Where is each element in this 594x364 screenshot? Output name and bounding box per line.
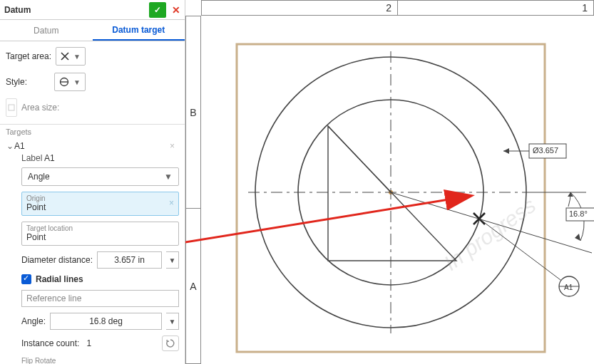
tree-item-remove-icon[interactable]: × (170, 141, 179, 151)
targets-tree-item[interactable]: ⌄ A1 × (6, 139, 179, 153)
style-label: Style: (6, 77, 50, 87)
angle-value: 16.8° (569, 209, 588, 218)
instance-count-label: Instance count: (21, 338, 79, 348)
target-area-x-icon (61, 52, 69, 61)
empty-checkbox-icon (8, 104, 15, 111)
angle-mode-select[interactable]: Angle ▼ (21, 167, 179, 186)
chevron-down-icon: ▼ (169, 256, 176, 264)
ruler-col-1: 1 (398, 1, 593, 15)
vertical-ruler: B A (185, 16, 201, 364)
area-size-label: Area size: (21, 103, 66, 113)
origin-label: Origin (26, 195, 174, 202)
target-area-select[interactable]: ▼ (56, 47, 86, 66)
horizontal-ruler: 2 1 (201, 0, 594, 16)
target-location-label: Target location (26, 225, 174, 232)
tab-strip: Datum Datum target (0, 20, 185, 41)
radius-line (328, 126, 391, 192)
drawing-canvas[interactable]: 2 1 B A (185, 0, 594, 364)
angle-stepper[interactable]: ▼ (166, 313, 179, 330)
close-icon: ✕ (172, 4, 180, 16)
target-location-field[interactable]: Target location Point (21, 222, 179, 246)
ruler-row-b: B (186, 16, 200, 209)
style-circle-icon (59, 77, 69, 87)
svg-rect-2 (9, 105, 14, 110)
datum-target-text: A1 (564, 284, 573, 291)
area-size-checkbox (6, 98, 17, 117)
chevron-down-icon: ▼ (73, 53, 81, 61)
diameter-value: Ø3.657 (533, 146, 558, 155)
chevron-down-icon: ▼ (73, 78, 81, 86)
drawing-svg (201, 16, 594, 364)
label-key: Label (21, 153, 44, 163)
origin-value: Point (26, 202, 174, 212)
radial-line (391, 192, 592, 253)
flip-rotate-label: Flip Rotate (21, 357, 179, 364)
origin-field[interactable]: Origin Point × (21, 192, 179, 216)
label-value: A1 (44, 153, 55, 163)
tree-item-label: A1 (14, 141, 25, 151)
panel-header: Datum ✓ ✕ (0, 0, 185, 20)
diameter-distance-stepper[interactable]: ▼ (166, 251, 179, 269)
instance-count-value: 1 (86, 338, 91, 348)
angle-mode-value: Angle (28, 172, 50, 182)
drawing-area[interactable]: Ø3.657 16.8° A1 In progress (201, 16, 594, 364)
angle-label: Angle: (21, 316, 46, 326)
chevron-down-icon[interactable]: ⌄ (6, 141, 14, 151)
angle-input[interactable]: 16.8 deg (50, 313, 162, 330)
svg-line-7 (479, 219, 569, 286)
tab-datum[interactable]: Datum (0, 20, 93, 41)
targets-section-label: Targets (0, 124, 185, 139)
radial-lines-checkbox[interactable] (21, 274, 31, 284)
chevron-down-icon: ▼ (169, 318, 176, 326)
ruler-row-a: A (186, 209, 200, 363)
target-location-value: Point (26, 232, 174, 242)
confirm-button[interactable]: ✓ (149, 2, 166, 18)
refresh-icon (165, 338, 175, 348)
cancel-button[interactable]: ✕ (168, 2, 185, 18)
check-icon: ✓ (154, 5, 161, 15)
radial-lines-label: Radial lines (36, 274, 83, 284)
tab-datum-target[interactable]: Datum target (93, 20, 185, 41)
diameter-distance-input[interactable]: 3.657 in (97, 251, 162, 269)
reference-line-input[interactable]: Reference line (21, 290, 179, 307)
properties-panel: Datum ✓ ✕ Datum Datum target Target area… (0, 0, 185, 364)
diameter-distance-label: Diameter distance: (21, 255, 93, 265)
clear-icon[interactable]: × (169, 198, 174, 208)
target-area-label: Target area: (6, 51, 51, 61)
ruler-col-2: 2 (202, 1, 398, 15)
panel-title: Datum (4, 5, 31, 15)
instance-refresh-button[interactable] (162, 336, 179, 351)
style-select[interactable]: ▼ (54, 73, 86, 91)
chevron-down-icon: ▼ (164, 172, 173, 182)
panel-body: Target area: ▼ Style: ▼ Area size: Targe… (0, 41, 185, 364)
